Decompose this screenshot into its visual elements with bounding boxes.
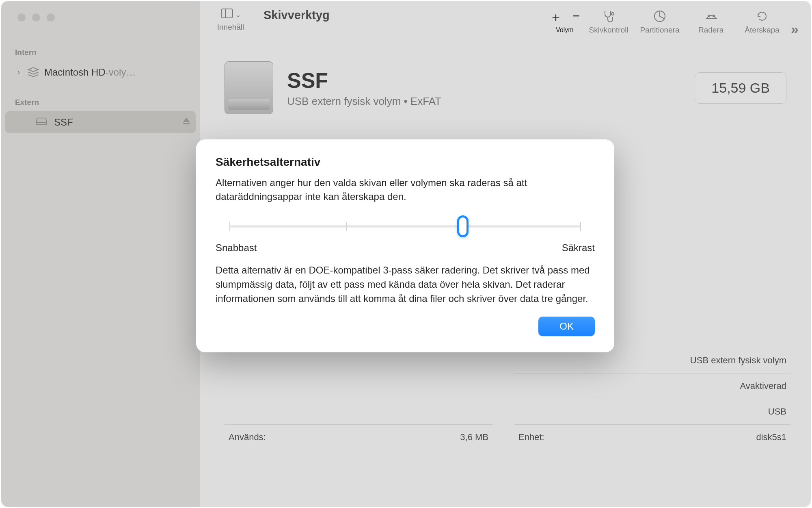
toolbar-firstaid[interactable]: Skivkontroll <box>586 9 631 35</box>
minimize-icon[interactable] <box>32 13 40 22</box>
restore-icon <box>756 9 769 24</box>
external-drive-icon <box>225 61 273 114</box>
remove-volume-icon[interactable]: − <box>572 9 580 26</box>
table-row: Enhet:disk5s1 <box>514 424 790 450</box>
svg-rect-0 <box>36 122 47 124</box>
sidebar-section-internal: Intern <box>1 44 200 61</box>
sidebar-item-macintosh-hd[interactable]: › Macintosh HD-voly… <box>5 61 196 83</box>
chevron-right-icon[interactable]: › <box>17 68 27 76</box>
disk-header: SSF USB extern fysisk volym • ExFAT 15,5… <box>200 49 811 114</box>
sidebar-item-ssf[interactable]: SSF <box>5 111 196 133</box>
toolbar-firstaid-label: Skivkontroll <box>589 26 628 35</box>
sidebar-item-label: SSF <box>54 117 73 128</box>
slider-track <box>229 225 581 228</box>
slider-label-secure: Säkrast <box>562 242 595 254</box>
sidebar-toggle-icon <box>221 9 233 21</box>
toolbar-partition[interactable]: Partitionera <box>637 9 682 35</box>
table-row: Används:3,6 MB <box>225 424 492 450</box>
slider-tick <box>346 222 347 231</box>
info-table-right: USB extern fysisk volym Avaktiverad USB … <box>514 348 790 450</box>
volume-group-icon <box>27 67 39 78</box>
sidebar-item-label: Macintosh HD <box>44 67 106 78</box>
security-slider[interactable] <box>229 218 581 234</box>
sidebar-item-suffix: -voly… <box>106 67 136 78</box>
table-row: Avaktiverad <box>514 373 790 399</box>
security-options-dialog: Säkerhetsalternativ Alternativen anger h… <box>196 139 614 352</box>
svg-rect-2 <box>221 9 233 18</box>
toolbar-partition-label: Partitionera <box>640 26 679 35</box>
table-row: USB <box>514 399 790 424</box>
toolbar-erase-label: Radera <box>698 26 723 35</box>
chevron-down-icon: ⌄ <box>235 11 241 19</box>
disk-subtitle: USB extern fysisk volym • ExFAT <box>287 95 441 108</box>
toolbar-restore[interactable]: Återskapa <box>740 9 784 35</box>
close-icon[interactable] <box>17 13 26 22</box>
info-table-left: Används:3,6 MB <box>225 424 492 450</box>
sidebar-section-external: Extern <box>1 94 200 111</box>
ok-button[interactable]: OK <box>538 317 595 336</box>
pie-icon <box>653 9 666 24</box>
app-title: Skivverktyg <box>263 9 330 22</box>
sidebar: Intern › Macintosh HD-voly… Extern SSF <box>1 1 200 507</box>
fullscreen-icon[interactable] <box>47 13 55 22</box>
disk-size-badge: 15,59 GB <box>695 72 786 104</box>
toolbar-restore-label: Återskapa <box>745 26 780 35</box>
dialog-title: Säkerhetsalternativ <box>216 156 595 169</box>
window-controls <box>1 13 200 22</box>
slider-label-fast: Snabbast <box>216 242 257 254</box>
stethoscope-icon <box>602 9 615 24</box>
toolbar: ⌄ Innehåll Skivverktyg ＋ − Volym Skivkon… <box>200 1 811 49</box>
slider-thumb[interactable] <box>457 215 469 237</box>
erase-icon <box>703 9 719 24</box>
toolbar-view-label: Innehåll <box>217 23 244 32</box>
slider-tick <box>580 222 581 231</box>
disk-name: SSF <box>287 68 441 93</box>
dialog-detail: Detta alternativ är en DOE-kompatibel 3-… <box>216 263 595 306</box>
app-window: Intern › Macintosh HD-voly… Extern SSF <box>1 1 811 507</box>
dialog-description: Alternativen anger hur den valda skivan … <box>216 176 595 203</box>
svg-rect-1 <box>183 123 190 124</box>
eject-icon[interactable] <box>182 117 191 128</box>
toolbar-volume-label: Volym <box>556 26 574 34</box>
toolbar-volume: ＋ − Volym <box>549 9 580 34</box>
slider-tick <box>229 222 230 231</box>
toolbar-view[interactable]: ⌄ Innehåll <box>208 9 253 32</box>
toolbar-overflow-icon[interactable]: » <box>791 21 799 37</box>
svg-point-4 <box>611 13 614 15</box>
external-disk-icon <box>35 116 54 129</box>
toolbar-erase[interactable]: Radera <box>689 9 733 35</box>
add-volume-icon[interactable]: ＋ <box>549 9 562 26</box>
